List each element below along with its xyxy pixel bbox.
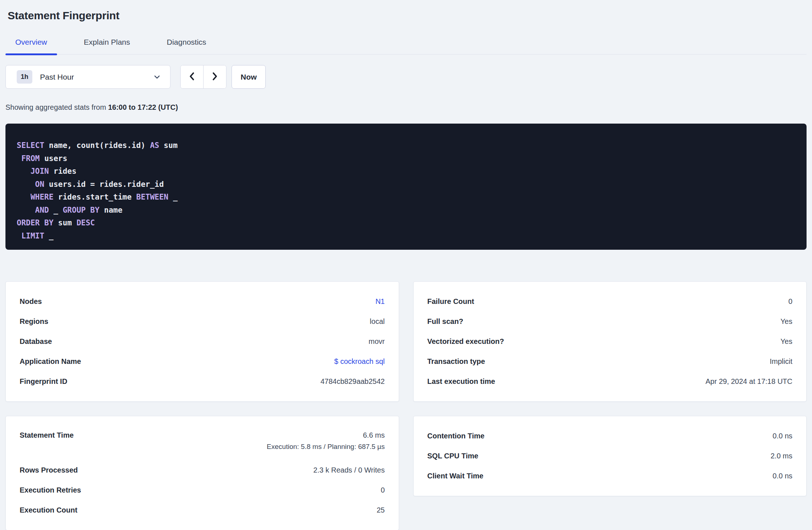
row-value: 0 [788, 297, 792, 306]
row-value-link[interactable]: N1 [375, 297, 385, 306]
row-value-group: N1 [375, 297, 385, 306]
row-value: 0.0 ns [773, 472, 792, 480]
chevron-down-icon [153, 75, 161, 80]
row-value-group: 2.3 k Reads / 0 Writes [313, 466, 385, 474]
summary-row: Last execution timeApr 29, 2024 at 17:18… [427, 372, 793, 392]
page-title: Statement Fingerprint [5, 0, 807, 22]
summary-row: Failure Count0 [427, 292, 793, 312]
summary-row: NodesN1 [20, 292, 385, 312]
row-value: movr [369, 337, 385, 346]
row-value-group: 4784cb829aab2542 [321, 377, 385, 386]
row-value: 0 [381, 486, 385, 494]
row-label: Fingerprint ID [20, 377, 67, 386]
row-value: 2.0 ms [771, 452, 792, 460]
sql-keyword: LIMIT [21, 232, 44, 240]
time-range-label: Past Hour [40, 73, 74, 81]
sql-line: ORDER BY sum DESC [17, 217, 795, 230]
next-time-interval-button[interactable] [204, 65, 226, 88]
summary-row: Transaction typeImplicit [427, 352, 793, 372]
row-value: Apr 29, 2024 at 17:18 UTC [706, 377, 792, 386]
summary-row: Contention Time0.0 ns [427, 426, 793, 446]
row-value-group: 0 [788, 297, 792, 306]
row-value-link[interactable]: $ cockroach sql [334, 357, 385, 366]
sql-line: WHERE rides.start_time BETWEEN _ [17, 191, 795, 204]
row-value-group: movr [369, 337, 385, 346]
row-value-group: Apr 29, 2024 at 17:18 UTC [706, 377, 792, 386]
time-controls: 1h Past Hour Now [5, 65, 807, 89]
now-button[interactable]: Now [232, 65, 266, 89]
row-label: Failure Count [427, 297, 474, 306]
tab-overview-label: Overview [15, 38, 47, 46]
sql-line: ON users.id = rides.rider_id [17, 178, 795, 191]
wait-time-card: Contention Time0.0 nsSQL CPU Time2.0 msC… [413, 416, 807, 496]
row-label: Regions [20, 317, 48, 326]
sql-keyword: WHERE [31, 193, 53, 201]
sql-line: LIMIT _ [17, 230, 795, 243]
row-value-group: 0.0 ns [773, 432, 792, 440]
row-value-group: Yes [780, 337, 792, 346]
timing-cards-row: Statement Time6.6 msExecution: 5.8 ms / … [5, 416, 807, 530]
time-step-buttons [180, 65, 226, 89]
summary-row: Databasemovr [20, 332, 385, 352]
row-label: Execution Count [20, 506, 77, 514]
row-label: Last execution time [427, 377, 495, 386]
row-label: Execution Retries [20, 486, 81, 494]
statement-details-card: NodesN1RegionslocalDatabasemovrApplicati… [5, 281, 399, 402]
row-subvalue: Execution: 5.8 ms / Planning: 687.5 µs [267, 443, 385, 451]
tab-overview[interactable]: Overview [5, 38, 57, 54]
row-value-group: Implicit [770, 357, 792, 366]
row-value: 25 [377, 506, 385, 514]
row-value: Yes [780, 317, 792, 326]
sql-keyword: DESC [76, 218, 95, 227]
sql-keyword: BETWEEN [136, 193, 169, 201]
summary-row: Execution Retries0 [20, 480, 385, 500]
sql-keyword: AS [150, 141, 159, 150]
sql-line: AND _ GROUP BY name [17, 204, 795, 217]
details-cards-row: NodesN1RegionslocalDatabasemovrApplicati… [5, 281, 807, 402]
row-label: Rows Processed [20, 466, 78, 474]
row-value-group: 6.6 msExecution: 5.8 ms / Planning: 687.… [267, 431, 385, 451]
row-value-group: 0.0 ns [773, 472, 792, 480]
summary-row: SQL CPU Time2.0 ms [427, 446, 793, 466]
sql-statement-block: SELECT name, count(rides.id) AS sum FROM… [5, 124, 807, 250]
tab-diagnostics[interactable]: Diagnostics [157, 38, 216, 54]
tab-explain-plans-label: Explain Plans [84, 38, 130, 46]
summary-row: Client Wait Time0.0 ns [427, 466, 793, 486]
summary-row: Regionslocal [20, 312, 385, 332]
row-value: Yes [780, 337, 792, 346]
summary-row: Statement Time6.6 msExecution: 5.8 ms / … [20, 426, 385, 460]
row-label: Statement Time [20, 431, 74, 439]
row-label: Contention Time [427, 432, 485, 440]
summary-row: Execution Count25 [20, 500, 385, 520]
row-label: SQL CPU Time [427, 452, 478, 460]
row-value: 0.0 ns [773, 432, 792, 440]
row-value-group: $ cockroach sql [334, 357, 385, 366]
row-label: Vectorized execution? [427, 337, 504, 346]
chevron-left-icon [188, 72, 196, 82]
row-value: 6.6 ms [363, 431, 385, 439]
tab-explain-plans[interactable]: Explain Plans [74, 38, 140, 54]
row-label: Database [20, 337, 52, 346]
sql-keyword: SELECT [17, 141, 44, 150]
summary-row: Full scan?Yes [427, 312, 793, 332]
row-value-group: 25 [377, 506, 385, 514]
row-value: 2.3 k Reads / 0 Writes [313, 466, 385, 474]
row-label: Full scan? [427, 317, 463, 326]
row-label: Transaction type [427, 357, 485, 366]
aggregated-stats-range: 16:00 to 17:22 (UTC) [108, 103, 178, 111]
previous-time-interval-button[interactable] [181, 65, 204, 88]
time-range-badge: 1h [17, 70, 32, 84]
statement-fingerprint-page: Statement Fingerprint Overview Explain P… [0, 0, 812, 530]
time-range-dropdown[interactable]: 1h Past Hour [5, 65, 170, 89]
statement-timing-card: Statement Time6.6 msExecution: 5.8 ms / … [5, 416, 399, 530]
sql-line: FROM users [17, 152, 795, 165]
row-value-group: Yes [780, 317, 792, 326]
sql-line: JOIN rides [17, 165, 795, 178]
sql-keyword: AND [35, 206, 49, 214]
row-label: Nodes [20, 297, 42, 306]
sql-keyword: FROM [21, 154, 40, 163]
chevron-right-icon [211, 72, 219, 82]
aggregated-stats-summary: Showing aggregated stats from 16:00 to 1… [5, 103, 807, 112]
sql-keyword: ON [35, 180, 44, 189]
sql-line: SELECT name, count(rides.id) AS sum [17, 139, 795, 152]
